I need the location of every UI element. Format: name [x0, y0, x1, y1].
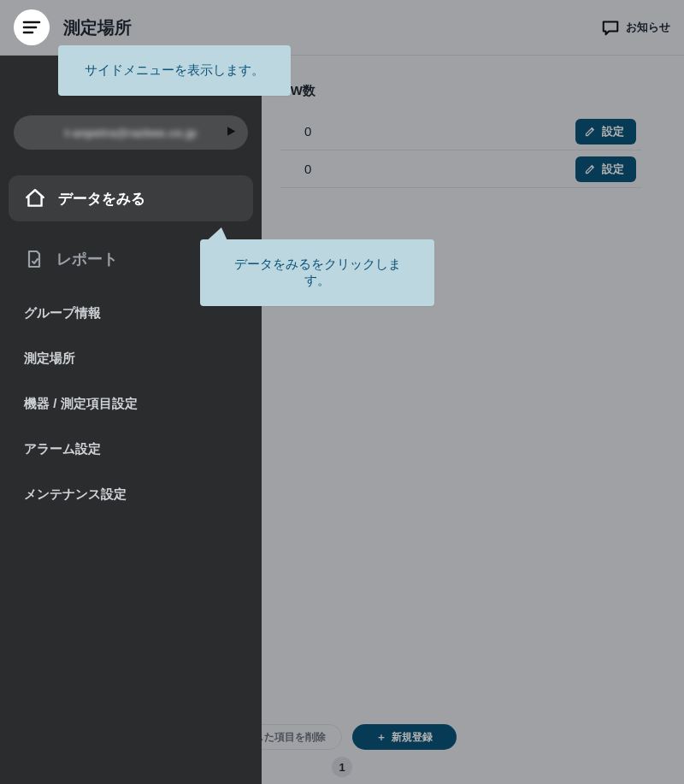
edit-icon	[584, 162, 597, 175]
gw-value: 0	[286, 162, 311, 176]
new-register-button[interactable]: ＋ 新規登録	[352, 724, 457, 750]
nav-link-maintenance[interactable]: メンテナンス設定	[17, 486, 245, 503]
table-rows: 0 設定 0 設定	[280, 113, 641, 188]
settings-button[interactable]: 設定	[575, 119, 636, 144]
notice-label: お知らせ	[626, 20, 670, 35]
nav-item-label: データをみる	[58, 189, 145, 209]
page-number[interactable]: 1	[332, 757, 352, 777]
account-selector[interactable]: t-anpetra@razbee.co.jp	[14, 115, 248, 150]
nav-links: グループ情報 測定場所 機器 / 測定項目設定 アラーム設定 メンテナンス設定	[9, 305, 253, 503]
header-left: 測定場所	[14, 9, 132, 45]
nav-link-device-settings[interactable]: 機器 / 測定項目設定	[17, 396, 245, 412]
nav-link-location[interactable]: 測定場所	[17, 351, 245, 367]
home-icon	[24, 187, 46, 209]
hamburger-icon	[21, 17, 42, 38]
menu-toggle-button[interactable]	[14, 9, 50, 45]
nav-link-group-info[interactable]: グループ情報	[17, 305, 245, 321]
nav-link-alarm-settings[interactable]: アラーム設定	[17, 441, 245, 457]
report-icon	[24, 249, 44, 269]
gw-value: 0	[286, 124, 311, 139]
gw-column-header: GW数	[280, 73, 641, 109]
notice-button[interactable]: お知らせ	[600, 18, 670, 37]
side-menu: t-anpetra@razbee.co.jp データをみる レポート グループ情…	[0, 56, 262, 784]
settings-button[interactable]: 設定	[575, 156, 636, 182]
page-title: 測定場所	[63, 16, 132, 39]
new-label: 新規登録	[392, 730, 433, 745]
plus-icon: ＋	[376, 730, 386, 745]
play-icon	[224, 125, 238, 141]
account-email: t-anpetra@razbee.co.jp	[65, 127, 197, 139]
nav-item-label: レポート	[56, 249, 118, 269]
edit-icon	[584, 125, 597, 138]
settings-label: 設定	[602, 124, 624, 139]
settings-label: 設定	[602, 162, 624, 177]
tooltip-data-hint: データをみるをクリックします。	[200, 239, 434, 306]
gw-column-block: GW数 0 設定 0 設定	[280, 73, 641, 188]
table-row: 0 設定	[280, 150, 641, 188]
table-row: 0 設定	[280, 113, 641, 150]
nav-item-view-data[interactable]: データをみる	[9, 175, 253, 221]
chat-icon	[600, 18, 621, 37]
tooltip-menu-hint: サイドメニューを表示します。	[58, 45, 291, 96]
